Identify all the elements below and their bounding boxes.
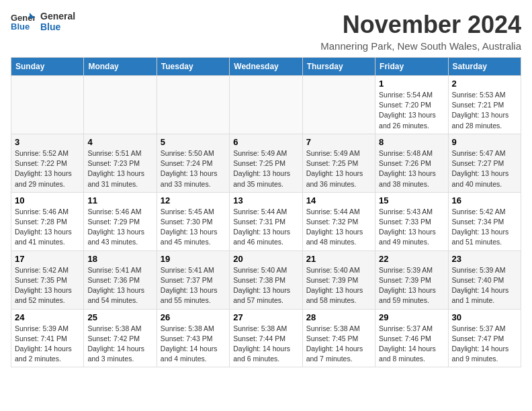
header-sunday: Sunday [11, 58, 84, 76]
day-cell: 9Sunrise: 5:47 AM Sunset: 7:27 PM Daylig… [448, 134, 521, 192]
day-cell: 2Sunrise: 5:53 AM Sunset: 7:21 PM Daylig… [448, 76, 521, 134]
calendar-header: SundayMondayTuesdayWednesdayThursdayFrid… [11, 58, 521, 76]
header-wednesday: Wednesday [230, 58, 302, 76]
day-cell: 1Sunrise: 5:54 AM Sunset: 7:20 PM Daylig… [375, 76, 448, 134]
day-info: Sunrise: 5:48 AM Sunset: 7:26 PM Dayligh… [379, 148, 444, 189]
day-cell: 21Sunrise: 5:40 AM Sunset: 7:39 PM Dayli… [302, 250, 375, 309]
day-cell [302, 76, 375, 134]
day-info: Sunrise: 5:46 AM Sunset: 7:29 PM Dayligh… [87, 207, 152, 248]
day-info: Sunrise: 5:43 AM Sunset: 7:33 PM Dayligh… [379, 207, 444, 248]
day-info: Sunrise: 5:44 AM Sunset: 7:31 PM Dayligh… [233, 207, 298, 248]
day-number: 4 [87, 137, 152, 147]
day-cell: 18Sunrise: 5:41 AM Sunset: 7:36 PM Dayli… [84, 250, 157, 309]
day-info: Sunrise: 5:45 AM Sunset: 7:30 PM Dayligh… [161, 207, 226, 248]
day-number: 27 [233, 312, 298, 322]
day-number: 6 [233, 137, 298, 147]
day-info: Sunrise: 5:50 AM Sunset: 7:24 PM Dayligh… [161, 148, 226, 189]
day-cell: 16Sunrise: 5:42 AM Sunset: 7:34 PM Dayli… [448, 192, 521, 250]
day-info: Sunrise: 5:49 AM Sunset: 7:25 PM Dayligh… [233, 148, 298, 189]
day-info: Sunrise: 5:46 AM Sunset: 7:28 PM Dayligh… [15, 207, 80, 248]
header-row: SundayMondayTuesdayWednesdayThursdayFrid… [11, 58, 521, 76]
day-number: 3 [15, 137, 80, 147]
day-number: 20 [233, 254, 298, 264]
day-info: Sunrise: 5:38 AM Sunset: 7:42 PM Dayligh… [87, 324, 152, 365]
logo-line1: General [40, 11, 75, 21]
week-row-1: 3Sunrise: 5:52 AM Sunset: 7:22 PM Daylig… [11, 134, 521, 192]
week-row-0: 1Sunrise: 5:54 AM Sunset: 7:20 PM Daylig… [11, 76, 521, 134]
header-monday: Monday [84, 58, 157, 76]
day-cell: 28Sunrise: 5:38 AM Sunset: 7:45 PM Dayli… [302, 309, 375, 367]
day-number: 1 [379, 79, 444, 89]
day-number: 29 [379, 312, 444, 322]
day-number: 12 [161, 195, 226, 205]
day-number: 30 [452, 312, 517, 322]
day-number: 14 [306, 195, 371, 205]
day-cell: 3Sunrise: 5:52 AM Sunset: 7:22 PM Daylig… [11, 134, 84, 192]
header-tuesday: Tuesday [157, 58, 229, 76]
day-cell: 4Sunrise: 5:51 AM Sunset: 7:23 PM Daylig… [84, 134, 157, 192]
day-info: Sunrise: 5:39 AM Sunset: 7:41 PM Dayligh… [15, 324, 80, 365]
day-cell: 8Sunrise: 5:48 AM Sunset: 7:26 PM Daylig… [375, 134, 448, 192]
header-friday: Friday [375, 58, 448, 76]
calendar-table: SundayMondayTuesdayWednesdayThursdayFrid… [11, 57, 521, 367]
day-number: 21 [306, 254, 371, 264]
day-cell: 30Sunrise: 5:37 AM Sunset: 7:47 PM Dayli… [448, 309, 521, 367]
header-thursday: Thursday [302, 58, 375, 76]
day-info: Sunrise: 5:38 AM Sunset: 7:45 PM Dayligh… [306, 324, 371, 365]
day-cell: 25Sunrise: 5:38 AM Sunset: 7:42 PM Dayli… [84, 309, 157, 367]
logo-line2: Blue [40, 21, 75, 32]
month-title: November 2024 [320, 11, 521, 39]
day-info: Sunrise: 5:51 AM Sunset: 7:23 PM Dayligh… [87, 148, 152, 189]
week-row-4: 24Sunrise: 5:39 AM Sunset: 7:41 PM Dayli… [11, 309, 521, 367]
day-info: Sunrise: 5:54 AM Sunset: 7:20 PM Dayligh… [379, 90, 444, 131]
day-number: 8 [379, 137, 444, 147]
day-cell [84, 76, 157, 134]
day-number: 26 [161, 312, 226, 322]
day-info: Sunrise: 5:40 AM Sunset: 7:38 PM Dayligh… [233, 265, 298, 306]
day-info: Sunrise: 5:41 AM Sunset: 7:36 PM Dayligh… [87, 265, 152, 306]
day-cell: 5Sunrise: 5:50 AM Sunset: 7:24 PM Daylig… [157, 134, 229, 192]
day-cell: 6Sunrise: 5:49 AM Sunset: 7:25 PM Daylig… [230, 134, 302, 192]
day-info: Sunrise: 5:37 AM Sunset: 7:47 PM Dayligh… [452, 324, 517, 365]
day-cell: 19Sunrise: 5:41 AM Sunset: 7:37 PM Dayli… [157, 250, 229, 309]
day-number: 11 [87, 195, 152, 205]
day-number: 28 [306, 312, 371, 322]
day-info: Sunrise: 5:41 AM Sunset: 7:37 PM Dayligh… [161, 265, 226, 306]
day-cell: 11Sunrise: 5:46 AM Sunset: 7:29 PM Dayli… [84, 192, 157, 250]
day-cell: 26Sunrise: 5:38 AM Sunset: 7:43 PM Dayli… [157, 309, 229, 367]
day-info: Sunrise: 5:49 AM Sunset: 7:25 PM Dayligh… [306, 148, 371, 189]
day-cell [157, 76, 229, 134]
day-cell: 24Sunrise: 5:39 AM Sunset: 7:41 PM Dayli… [11, 309, 84, 367]
day-info: Sunrise: 5:37 AM Sunset: 7:46 PM Dayligh… [379, 324, 444, 365]
day-number: 7 [306, 137, 371, 147]
day-cell: 14Sunrise: 5:44 AM Sunset: 7:32 PM Dayli… [302, 192, 375, 250]
page-header: General Blue General Blue November 2024 … [11, 11, 521, 52]
day-cell: 22Sunrise: 5:39 AM Sunset: 7:39 PM Dayli… [375, 250, 448, 309]
day-number: 24 [15, 312, 80, 322]
day-info: Sunrise: 5:53 AM Sunset: 7:21 PM Dayligh… [452, 90, 517, 131]
week-row-2: 10Sunrise: 5:46 AM Sunset: 7:28 PM Dayli… [11, 192, 521, 250]
day-info: Sunrise: 5:44 AM Sunset: 7:32 PM Dayligh… [306, 207, 371, 248]
day-cell: 7Sunrise: 5:49 AM Sunset: 7:25 PM Daylig… [302, 134, 375, 192]
day-number: 25 [87, 312, 152, 322]
day-number: 15 [379, 195, 444, 205]
day-info: Sunrise: 5:38 AM Sunset: 7:44 PM Dayligh… [233, 324, 298, 365]
day-number: 10 [15, 195, 80, 205]
svg-text:Blue: Blue [11, 21, 30, 32]
day-info: Sunrise: 5:39 AM Sunset: 7:40 PM Dayligh… [452, 265, 517, 306]
day-cell: 20Sunrise: 5:40 AM Sunset: 7:38 PM Dayli… [230, 250, 302, 309]
day-info: Sunrise: 5:42 AM Sunset: 7:34 PM Dayligh… [452, 207, 517, 248]
calendar-body: 1Sunrise: 5:54 AM Sunset: 7:20 PM Daylig… [11, 76, 521, 367]
day-cell: 13Sunrise: 5:44 AM Sunset: 7:31 PM Dayli… [230, 192, 302, 250]
logo: General Blue General Blue [11, 11, 75, 32]
logo-icon: General Blue [11, 11, 35, 32]
day-number: 9 [452, 137, 517, 147]
day-info: Sunrise: 5:42 AM Sunset: 7:35 PM Dayligh… [15, 265, 80, 306]
day-cell: 15Sunrise: 5:43 AM Sunset: 7:33 PM Dayli… [375, 192, 448, 250]
day-cell: 17Sunrise: 5:42 AM Sunset: 7:35 PM Dayli… [11, 250, 84, 309]
week-row-3: 17Sunrise: 5:42 AM Sunset: 7:35 PM Dayli… [11, 250, 521, 309]
day-number: 17 [15, 254, 80, 264]
day-number: 19 [161, 254, 226, 264]
location-title: Mannering Park, New South Wales, Austral… [320, 40, 521, 52]
day-number: 2 [452, 79, 517, 89]
